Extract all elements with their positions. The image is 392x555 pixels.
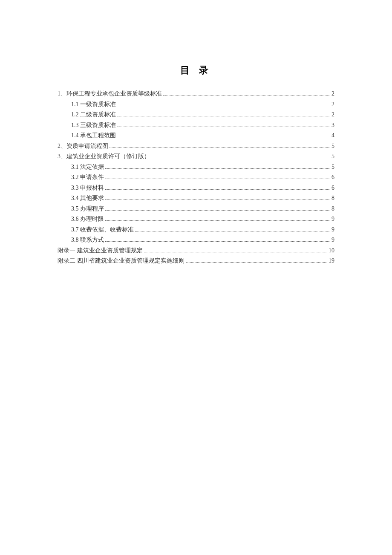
toc-entry-page: 8 <box>331 204 334 214</box>
toc-leader-dots <box>105 179 330 179</box>
toc-entry[interactable]: 1.1 一级资质标准2 <box>58 99 334 110</box>
toc-entry-label: 3.4 其他要求 <box>71 193 104 204</box>
toc-entry[interactable]: 2、资质申请流程图5 <box>58 141 334 152</box>
toc-entry-label: 3、建筑业企业资质许可（修订版） <box>58 151 150 162</box>
toc-entry-page: 6 <box>331 172 334 183</box>
toc-entry-label: 3.7 收费依据、收费标准 <box>71 225 134 235</box>
toc-entry-label: 3.1 法定依据 <box>71 162 104 173</box>
toc-entry-page: 9 <box>331 225 334 235</box>
toc-entry[interactable]: 3.6 办理时限9 <box>58 214 334 225</box>
toc-leader-dots <box>117 127 330 127</box>
toc-entry[interactable]: 3.4 其他要求8 <box>58 193 334 204</box>
toc-entry[interactable]: 3.1 法定依据5 <box>58 162 334 173</box>
toc-entry[interactable]: 3.5 办理程序8 <box>58 204 334 214</box>
toc-leader-dots <box>105 189 330 190</box>
toc-list: 1、环保工程专业承包企业资质等级标准21.1 一级资质标准21.2 二级资质标准… <box>58 89 334 266</box>
toc-entry-page: 10 <box>329 246 334 256</box>
toc-entry[interactable]: 3.3 申报材料6 <box>58 183 334 194</box>
toc-entry-page: 5 <box>331 141 334 152</box>
toc-entry-label: 1.2 二级资质标准 <box>71 110 116 120</box>
toc-leader-dots <box>135 231 330 231</box>
toc-title: 目 录 <box>58 64 334 77</box>
toc-leader-dots <box>117 106 330 106</box>
toc-entry-page: 2 <box>331 110 334 120</box>
toc-entry[interactable]: 1、环保工程专业承包企业资质等级标准2 <box>58 89 334 99</box>
toc-entry-page: 8 <box>331 193 334 204</box>
toc-entry[interactable]: 附录二 四川省建筑业企业资质管理规定实施细则19 <box>58 256 334 266</box>
toc-leader-dots <box>105 220 330 221</box>
toc-entry-page: 5 <box>331 162 334 173</box>
toc-entry-label: 3.3 申报材料 <box>71 183 104 194</box>
toc-entry-label: 1.3 三级资质标准 <box>71 120 116 131</box>
toc-entry-label: 1.4 承包工程范围 <box>71 130 116 141</box>
toc-entry[interactable]: 3.8 联系方式9 <box>58 235 334 246</box>
toc-entry-page: 6 <box>331 183 334 194</box>
toc-leader-dots <box>105 199 330 200</box>
toc-entry[interactable]: 1.3 三级资质标准3 <box>58 120 334 131</box>
toc-entry-label: 3.5 办理程序 <box>71 204 104 214</box>
toc-entry-page: 5 <box>331 151 334 162</box>
toc-leader-dots <box>110 147 330 148</box>
toc-entry-page: 4 <box>331 130 334 141</box>
toc-entry-label: 1.1 一级资质标准 <box>71 99 116 110</box>
toc-entry-label: 3.6 办理时限 <box>71 214 104 225</box>
toc-leader-dots <box>117 137 330 137</box>
toc-entry-label: 3.2 申请条件 <box>71 172 104 183</box>
toc-entry[interactable]: 3、建筑业企业资质许可（修订版）5 <box>58 151 334 162</box>
toc-entry-label: 3.8 联系方式 <box>71 235 104 246</box>
toc-entry-label: 1、环保工程专业承包企业资质等级标准 <box>58 89 162 99</box>
toc-leader-dots <box>105 168 330 169</box>
toc-entry[interactable]: 3.7 收费依据、收费标准9 <box>58 225 334 235</box>
toc-leader-dots <box>151 158 330 158</box>
toc-leader-dots <box>163 95 330 95</box>
toc-entry[interactable]: 3.2 申请条件6 <box>58 172 334 183</box>
toc-entry-label: 附录一 建筑业企业资质管理规定 <box>58 246 143 256</box>
toc-leader-dots <box>144 252 328 252</box>
toc-entry-label: 附录二 四川省建筑业企业资质管理规定实施细则 <box>58 256 184 266</box>
toc-entry-page: 19 <box>329 256 334 266</box>
toc-entry[interactable]: 附录一 建筑业企业资质管理规定10 <box>58 246 334 256</box>
toc-leader-dots <box>105 241 330 242</box>
toc-entry-page: 9 <box>331 214 334 225</box>
toc-entry-page: 2 <box>331 99 334 110</box>
toc-entry-page: 3 <box>331 120 334 131</box>
toc-entry-label: 2、资质申请流程图 <box>58 141 108 152</box>
toc-entry[interactable]: 1.2 二级资质标准2 <box>58 110 334 120</box>
toc-leader-dots <box>105 210 330 211</box>
toc-entry-page: 9 <box>331 235 334 246</box>
toc-entry[interactable]: 1.4 承包工程范围4 <box>58 130 334 141</box>
toc-leader-dots <box>117 116 330 116</box>
toc-entry-page: 2 <box>331 89 334 99</box>
toc-leader-dots <box>186 262 328 263</box>
